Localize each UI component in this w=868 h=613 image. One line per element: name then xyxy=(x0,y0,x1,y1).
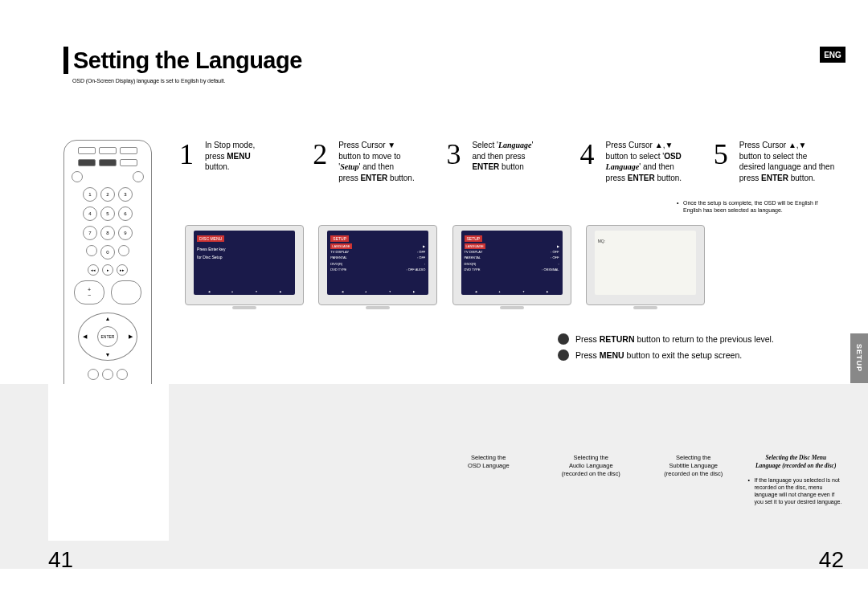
tuning-rocker xyxy=(111,280,141,304)
hint-menu: Press MENU button to exit the setup scre… xyxy=(558,349,837,361)
completion-note: Once the setup is complete, the OSD will… xyxy=(677,199,828,214)
up-arrow-icon: ▲ xyxy=(105,316,111,321)
step-2: 2Press Cursor ▼button to move to'Setup' … xyxy=(313,140,443,305)
step-3: 3Select 'Language'and then pressENTER bu… xyxy=(446,140,576,305)
remote-     btn xyxy=(102,369,113,380)
title-block: Setting the Language xyxy=(63,47,302,74)
remote-btn xyxy=(88,369,99,380)
footer-col-audio: Selecting theAudio Language(recorded on … xyxy=(543,454,640,505)
remote-background-cutout xyxy=(48,384,169,541)
steps-row: 1In Stop mode,press MENUbutton.DISC MENU… xyxy=(179,140,844,305)
footer-note: If the language you selected is not reco… xyxy=(748,476,845,505)
footer-col-osd: Selecting theOSD Language xyxy=(440,454,537,505)
footer-col-discmenu: Selecting the Disc MenuLanguage (recorde… xyxy=(748,454,845,505)
play-icon: ▸ xyxy=(102,264,113,276)
tv-screenshot: SETUPLANGUAGE▶TV DISPLAY: OFFPARENTAL: O… xyxy=(318,225,437,305)
remote-mode-pill xyxy=(120,159,137,166)
remote-mode-pill xyxy=(99,159,117,166)
tv-screenshot: SETUPLANGUAGE▶TV DISPLAY: OFFPARENTAL: O… xyxy=(452,225,571,305)
left-arrow-icon: ◀ xyxy=(83,333,87,340)
down-arrow-icon: ▼ xyxy=(105,352,111,358)
remote-mode-pill xyxy=(120,147,137,154)
step-text: Press Cursor ▲,▼button to select 'OSDLan… xyxy=(606,140,682,188)
remote-btn xyxy=(118,245,129,256)
nav-pad: ▲ ▼ ◀ ▶ ENTER xyxy=(78,313,137,361)
remote-mode-pill xyxy=(99,147,117,154)
remote-digit: 5 xyxy=(100,206,115,221)
step-number: 3 xyxy=(446,140,469,188)
step-number: 4 xyxy=(580,140,603,188)
remote-btn xyxy=(117,369,128,380)
language-badge: ENG xyxy=(820,47,845,63)
bullet-icon xyxy=(558,333,569,345)
footer-columns: Selecting theOSD Language Selecting theA… xyxy=(440,454,844,505)
remote-digit: 7 xyxy=(83,226,97,240)
remote-digit: 3 xyxy=(118,187,133,202)
right-arrow-icon: ▶ xyxy=(129,333,133,340)
next-icon: ▸▸ xyxy=(117,264,128,276)
step-text: In Stop mode,press MENUbutton. xyxy=(205,140,255,188)
step-text: Select 'Language'and then pressENTER but… xyxy=(472,140,533,188)
subtitle: OSD (On-Screen Display) language is set … xyxy=(72,78,225,84)
enter-button: ENTER xyxy=(97,326,118,347)
remote-digit: 2 xyxy=(100,187,115,202)
setup-side-tab: SETUP xyxy=(850,333,868,383)
remote-mode-pill xyxy=(78,147,96,154)
hint-return: Press RETURN button to return to the pre… xyxy=(558,333,837,345)
step-number: 2 xyxy=(313,140,335,188)
manual-spread: Setting the Language ENG OSD (On-Screen … xyxy=(0,0,868,613)
step-1: 1In Stop mode,press MENUbutton.DISC MENU… xyxy=(179,140,309,305)
page-number-left: 41 xyxy=(48,547,73,573)
hint-text: Press RETURN button to return to the pre… xyxy=(575,334,774,344)
prev-icon: ◂◂ xyxy=(88,264,99,276)
remote-btn xyxy=(86,245,97,256)
remote-digit: 8 xyxy=(100,226,115,240)
tv-icon xyxy=(133,171,144,182)
tv-screenshot: DISC MENUPress Enter keyfor Disc Setup◀▲… xyxy=(185,225,304,305)
step-text: Press Cursor ▲,▼button to select thedesi… xyxy=(739,140,834,188)
step-text: Press Cursor ▼button to move to'Setup' a… xyxy=(338,140,415,188)
remote-digit: 4 xyxy=(83,206,97,221)
remote-digit: 0 xyxy=(100,245,115,260)
hint-text: Press MENU button to exit the setup scre… xyxy=(575,350,742,360)
page-title: Setting the Language xyxy=(73,47,302,74)
step-number: 5 xyxy=(714,140,736,188)
page-number-right: 42 xyxy=(819,547,844,573)
title-accent-bar xyxy=(63,47,68,74)
remote-digit: 9 xyxy=(118,226,133,240)
remote-digit: 6 xyxy=(118,206,133,221)
step-number: 1 xyxy=(179,140,202,188)
power-icon xyxy=(72,171,83,182)
note-line-1: Once the setup is complete, the OSD will… xyxy=(683,200,793,206)
footer-col-subtitle: Selecting theSubtitle Language(recorded … xyxy=(645,454,742,505)
volume-rocker: +− xyxy=(74,280,104,304)
step-4: 4Press Cursor ▲,▼button to select 'OSDLa… xyxy=(580,140,710,305)
remote-digit: 1 xyxy=(83,187,97,202)
remote-mode-pill xyxy=(78,159,96,166)
tv-screenshot: MQ: xyxy=(586,225,705,305)
bullet-icon xyxy=(558,349,569,361)
hint-box: Press RETURN button to return to the pre… xyxy=(558,333,837,366)
step-5: 5Press Cursor ▲,▼button to select thedes… xyxy=(714,140,844,305)
